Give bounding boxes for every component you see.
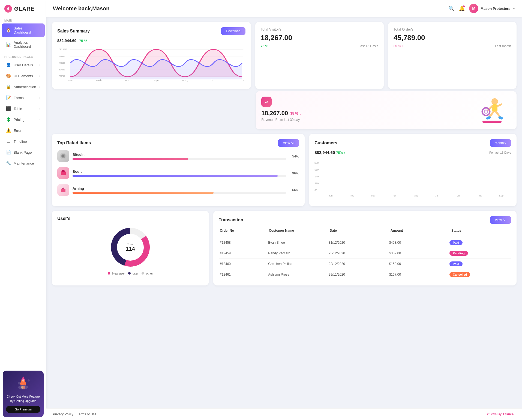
- table-row: #12461 Ashlynn Press 29/11/2020 $167.00 …: [219, 269, 511, 280]
- sidebar-item-pricing[interactable]: 💲 Pricing ›: [2, 114, 45, 125]
- legend-user: user: [128, 272, 138, 275]
- wave-chart: $100 $80 $60 $40 $20: [57, 45, 245, 84]
- list-item: Boult 96%: [57, 167, 299, 179]
- row-1b: 18,267.00 35 % ↓ Revenue From last 30 da…: [52, 91, 517, 129]
- y-label: $80: [314, 162, 319, 164]
- notification-button[interactable]: 🔔: [459, 5, 465, 11]
- sidebar-item-label: User Details: [14, 63, 33, 67]
- transactions-view-all-button[interactable]: View All: [490, 216, 511, 224]
- top-rated-title: Top Rated Items: [57, 141, 91, 145]
- chevron-right-icon: ›: [39, 107, 40, 110]
- bar-col-aug: Aug: [470, 193, 490, 197]
- download-button[interactable]: Download: [221, 27, 245, 35]
- sidebar-item-forms[interactable]: 📝 Forms ›: [2, 93, 45, 103]
- bitcoin-name: Bitcoin: [73, 153, 286, 157]
- sidebar-section-prebuild: PRE-BUILD PAGES: [0, 52, 46, 59]
- visitors-percent: 75 %: [261, 44, 268, 48]
- bar-label-apr: Apr: [393, 194, 397, 197]
- bar-col-jan: Jan: [321, 193, 340, 197]
- top-rated-view-all-button[interactable]: View All: [278, 139, 299, 147]
- row-1: Sales Summary Download $82,944.60 75 % ↑…: [52, 22, 517, 89]
- maintenance-icon: 🔧: [6, 161, 11, 166]
- bar-col-apr: Apr: [385, 193, 404, 197]
- y-label: $0: [314, 189, 319, 192]
- svg-rect-38: [482, 121, 502, 123]
- svg-point-8: [23, 386, 25, 389]
- svg-point-0: [7, 8, 9, 10]
- bitcoin-percent: 54%: [289, 154, 299, 158]
- sidebar-item-blank-page[interactable]: 📄 Blank Page: [2, 147, 45, 157]
- chevron-right-icon: ›: [39, 63, 40, 67]
- sidebar-item-label: Pricing: [14, 118, 25, 122]
- y-label: $60: [314, 168, 319, 171]
- rocket-illustration: [14, 375, 33, 391]
- svg-point-36: [482, 108, 490, 115]
- arning-percent: 66%: [289, 188, 299, 192]
- svg-text:Jul: Jul: [240, 79, 244, 82]
- table-icon: ⬛: [6, 106, 11, 111]
- spacer: [52, 91, 251, 129]
- svg-point-6: [22, 379, 24, 382]
- analytics-icon: 📊: [6, 42, 11, 47]
- customers-title: Customers: [314, 141, 337, 145]
- status-badge: Cancelled: [449, 272, 470, 277]
- sales-meta: $82,944.60 75 % ↑: [57, 38, 245, 43]
- footer: Privacy Policy Terms of Use 2022© By 17s…: [46, 408, 522, 420]
- user-profile[interactable]: M Mason Protesters ▼: [469, 4, 515, 13]
- arning-name: Arning: [73, 186, 286, 190]
- row-2: Top Rated Items View All Bitcoin: [52, 134, 517, 206]
- date: 22/12/2020: [329, 262, 389, 266]
- sales-summary-title: Sales Summary: [57, 29, 90, 34]
- customers-percent: 75% ↑: [336, 151, 345, 155]
- sidebar-item-authentication[interactable]: 🔒 Authentication ›: [2, 82, 45, 92]
- svg-line-31: [497, 104, 502, 106]
- revenue-amounts: 18,267.00 35 % ↓: [261, 110, 470, 117]
- sidebar-item-sales-dashboard[interactable]: 🏠 Sales Dashboard: [2, 23, 45, 37]
- terms-link[interactable]: Terms of Use: [77, 412, 97, 416]
- bar-label-aug: Aug: [478, 194, 482, 197]
- search-button[interactable]: 🔍: [448, 5, 454, 11]
- bar-col-sep: Sep: [491, 193, 511, 197]
- chevron-right-icon: ›: [39, 85, 40, 88]
- footer-copyright: 2022© By 17sucai.: [487, 412, 515, 416]
- bar-columns: Jan Feb Mar Apr: [321, 162, 511, 197]
- list-item: Bitcoin 54%: [57, 150, 299, 162]
- arning-progress-bar: [73, 192, 214, 194]
- svg-text:Jun: Jun: [211, 79, 217, 82]
- svg-text:May: May: [181, 79, 188, 82]
- amount: $167.00: [389, 273, 450, 276]
- copyright-text: 2022© By: [487, 412, 503, 416]
- table-row: #12459 Randy Vaccaro 25/12/2020 $357.00 …: [219, 248, 511, 259]
- go-premium-button[interactable]: Go Premium: [6, 406, 40, 413]
- order-number: #12459: [220, 251, 268, 255]
- sidebar-item-label: Forms: [14, 96, 24, 100]
- customers-bar-chart: $0 $20 $40 $60 $80 Jan Feb: [314, 157, 511, 198]
- legend-other: other: [142, 272, 153, 275]
- table-row: #12458 Evan Shlee 31/12/2020 $458.00 Pai…: [219, 237, 511, 248]
- other-dot: [142, 272, 144, 275]
- new-user-dot: [108, 272, 110, 275]
- sidebar-item-table[interactable]: ⬛ Table ›: [2, 103, 45, 114]
- sidebar-item-user-details[interactable]: 👤 User Details ›: [2, 60, 45, 70]
- error-icon: ⚠️: [6, 128, 11, 133]
- col-date: Date: [329, 227, 389, 234]
- chevron-right-icon: ›: [39, 74, 40, 78]
- sidebar-item-error[interactable]: ⚠️ Error ›: [2, 125, 45, 136]
- col-order: Order No: [219, 227, 268, 234]
- list-item: Arning 66%: [57, 184, 299, 196]
- privacy-policy-link[interactable]: Privacy Policy: [53, 412, 73, 416]
- sidebar-item-analytics-dashboard[interactable]: 📊 Analytics Dashboard: [2, 38, 45, 51]
- sidebar-item-ui-elements[interactable]: 🎨 UI Elements ›: [2, 71, 45, 81]
- chevron-right-icon: ›: [39, 129, 40, 132]
- donut-total-label: Total: [126, 243, 135, 246]
- donut-legend: New user user other: [57, 272, 203, 275]
- sidebar-item-timeline[interactable]: ☰ Timeline: [2, 136, 45, 147]
- order-number: #12460: [220, 262, 268, 266]
- timeline-icon: ☰: [6, 139, 11, 144]
- customers-header: Customers Monthly: [314, 139, 511, 147]
- revenue-info: 18,267.00 35 % ↓ Revenue From last 30 da…: [261, 97, 470, 122]
- sidebar-item-maintenance[interactable]: 🔧 Maintenance: [2, 158, 45, 168]
- user-dot: [128, 272, 131, 275]
- header-actions: 🔍 🔔 M Mason Protesters ▼: [448, 4, 515, 13]
- customers-monthly-button[interactable]: Monthly: [490, 139, 511, 147]
